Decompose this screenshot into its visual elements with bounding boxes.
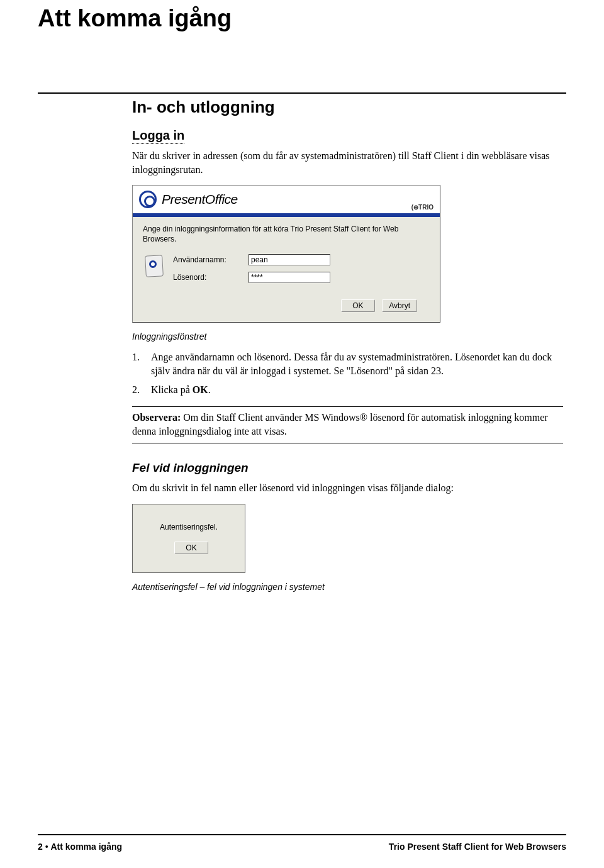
password-label: Lösenord: bbox=[173, 273, 249, 282]
error-ok-button[interactable]: OK bbox=[174, 542, 208, 554]
note-rule-top bbox=[132, 406, 563, 407]
ok-button[interactable]: OK bbox=[341, 299, 375, 312]
login-body: Ange din inloggningsinformation för att … bbox=[133, 217, 440, 322]
app-logo-icon bbox=[139, 191, 157, 208]
section-divider bbox=[38, 92, 566, 94]
footer-rule bbox=[38, 834, 566, 835]
error-dialog: Autentiseringsfel. OK bbox=[132, 504, 245, 573]
cancel-button[interactable]: Avbryt bbox=[382, 299, 417, 312]
login-header: PresentOffice (⊕TRIO bbox=[133, 186, 440, 213]
key-tag-icon bbox=[143, 253, 168, 283]
page-title: Att komma igång bbox=[38, 5, 566, 32]
login-caption: Inloggningsfönstret bbox=[132, 331, 566, 342]
brand-mark: (⊕TRIO bbox=[411, 204, 433, 211]
instruction-list: 1. Ange användarnamn och lösenord. Dessa… bbox=[132, 350, 566, 396]
error-caption: Autentiseringsfel – fel vid inloggningen… bbox=[132, 582, 566, 592]
list-number: 1. bbox=[132, 350, 151, 377]
list-text: Klicka på OK. bbox=[151, 383, 211, 397]
login-instruction: Ange din inloggningsinformation för att … bbox=[143, 225, 430, 244]
page-footer: 2 • Att komma igång Trio Present Staff C… bbox=[38, 842, 566, 852]
list-item: 2. Klicka på OK. bbox=[132, 383, 563, 397]
note-paragraph: Observera: Om din Staff Client använder … bbox=[132, 411, 563, 438]
username-input[interactable] bbox=[249, 254, 330, 265]
footer-right: Trio Present Staff Client for Web Browse… bbox=[389, 842, 566, 852]
section-title: In- och utloggning bbox=[132, 97, 566, 117]
note-rule-bottom bbox=[132, 443, 563, 443]
error-message: Autentiseringsfel. bbox=[160, 523, 218, 531]
login-window: PresentOffice (⊕TRIO Ange din inloggning… bbox=[132, 185, 440, 323]
list-text: Ange användarnamn och lösenord. Dessa få… bbox=[151, 350, 563, 377]
login-fields: Användarnamn: Lösenord: bbox=[173, 253, 430, 288]
error-intro-paragraph: Om du skrivit in fel namn eller lösenord… bbox=[132, 481, 563, 495]
username-label: Användarnamn: bbox=[173, 255, 249, 264]
password-input[interactable] bbox=[249, 272, 330, 283]
intro-paragraph: När du skriver in adressen (som du får a… bbox=[132, 149, 563, 176]
footer-left: 2 • Att komma igång bbox=[38, 842, 122, 852]
list-item: 1. Ange användarnamn och lösenord. Dessa… bbox=[132, 350, 563, 377]
subsection-error: Fel vid inloggningen bbox=[132, 461, 566, 475]
subsection-login: Logga in bbox=[132, 128, 566, 143]
list-number: 2. bbox=[132, 383, 151, 397]
app-title: PresentOffice bbox=[162, 192, 238, 207]
